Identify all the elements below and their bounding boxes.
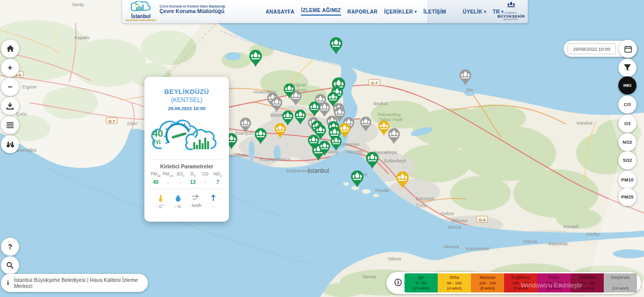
- search-icon: [7, 262, 14, 269]
- map-place-label: Ergene: [22, 84, 37, 89]
- ibb-municipality-logo[interactable]: İSTANBUL BÜYÜKŞEHİR BELEDİYESİ: [497, 2, 526, 21]
- nav-raporlar[interactable]: RAPORLAR: [348, 9, 378, 15]
- wind-speed-value: - km/h: [190, 203, 202, 208]
- thermometer-icon: [156, 194, 165, 202]
- map-place-label: Gebze: [441, 211, 454, 216]
- map-place-label: Kocaeli: [564, 224, 579, 229]
- map-place-label: Esenyurt: [235, 131, 254, 136]
- legend-segment-kötü: Kötü200 - 300(0 adet): [537, 273, 571, 292]
- map-place-label: Beykoz: [373, 101, 388, 106]
- layer-button-pm25[interactable]: PM25: [618, 188, 636, 206]
- pollutant-column: CO-: [199, 171, 212, 188]
- layer-button-no2[interactable]: NO2: [618, 133, 636, 151]
- layer-button-o3[interactable]: O3: [618, 115, 636, 133]
- map-place-label: Pendik: [375, 188, 389, 193]
- nav-iletisim[interactable]: İLETİŞİM: [423, 9, 446, 15]
- temperature-value: - C°: [156, 204, 164, 209]
- aqi-gauge: 40 İYİ: [144, 113, 229, 159]
- legend-items: İyi0 - 50(21 adet)Orta50 - 100(4 adet)Ha…: [405, 273, 639, 292]
- aqi-value: 40: [152, 128, 163, 139]
- map-place-label: Zeytinburnu: [286, 168, 310, 173]
- svg-text:O-7: O-7: [108, 119, 115, 124]
- home-icon: [7, 45, 14, 52]
- weather-row: - C° - % - km/h -: [144, 189, 229, 209]
- pollutants-table: PM1040PM2.5-SO2-O313CO-NO27: [144, 171, 229, 188]
- zoom-in-button[interactable]: +: [1, 59, 19, 77]
- legend-segment-geçersiz: Geçersiz-(14 adet): [604, 273, 637, 292]
- map-place-label: Ümraniye: [340, 142, 360, 147]
- map-place-label: Ataşehir: [346, 149, 363, 154]
- map-place-label: Gölcük: [523, 239, 538, 244]
- cloud-logo-icon: [130, 1, 152, 12]
- pollutant-column: SO2-: [174, 171, 187, 188]
- map-place-label: Saray: [72, 2, 84, 7]
- map-place-label: Başiskele: [548, 241, 568, 246]
- chevron-down-icon: ▾: [415, 10, 417, 14]
- map-place-label: Şile: [466, 87, 473, 92]
- road-shield: O-4: [476, 216, 488, 222]
- pollutant-column: NO27: [211, 171, 224, 188]
- date-input[interactable]: 29/09/2022 10:00: [568, 43, 616, 54]
- map-place-label: Silivri: [127, 121, 138, 126]
- map-place-label: Kandıra: [577, 121, 593, 126]
- calendar-button[interactable]: [619, 40, 637, 58]
- pollutant-column: O313: [187, 171, 199, 188]
- humidity-value: - %: [175, 204, 181, 209]
- wind-icon: [191, 194, 200, 201]
- station-datetime: 29.09.2022 10:00: [144, 106, 229, 111]
- layer-button-co[interactable]: CO: [618, 95, 636, 114]
- attribution-bar: i İstanbul Büyükşehir Belediyesi | Hava …: [1, 274, 148, 292]
- map-place-label: Termal: [362, 274, 376, 279]
- nav-icerikler[interactable]: İÇERİKLER▾: [384, 9, 417, 15]
- logo-subtitle: Hava Kalitesi İzleme Merkezi: [125, 19, 156, 22]
- nav-izleme-agimiz[interactable]: İZLEME AĞIMIZ: [301, 8, 341, 16]
- site-logo[interactable]: İstanbul Hava Kalitesi İzleme Merkezi: [125, 1, 156, 22]
- info-icon: i: [7, 279, 9, 287]
- station-name: BEYLİKDÜZÜ: [144, 88, 229, 95]
- home-button[interactable]: [1, 40, 19, 58]
- map-place-label: Çorlu: [16, 112, 27, 117]
- legend-segment-i̇yi: İyi0 - 50(21 adet): [405, 273, 438, 292]
- layer-button-so2[interactable]: SO2: [618, 151, 636, 169]
- calendar-icon: [624, 45, 632, 53]
- air-quality-map-page: SarayKapaklıErgeneÇorluSilivriMarmaraere…: [0, 0, 644, 297]
- map-place-label: Çayırova: [416, 196, 434, 201]
- main-nav: ANASAYFA İZLEME AĞIMIZ RAPORLAR İÇERİKLE…: [266, 0, 504, 23]
- pollutant-column: PM2.5-: [162, 171, 175, 188]
- download-button[interactable]: [1, 97, 19, 115]
- wind-direction-icon: [210, 194, 217, 202]
- map-canvas[interactable]: SarayKapaklıErgeneÇorluSilivriMarmaraere…: [0, 0, 644, 297]
- binoculars-icon: [7, 141, 14, 148]
- nav-uyelik[interactable]: ÜYELİK▾: [463, 9, 487, 15]
- aqi-legend: ⓘ İyi0 - 50(21 adet)Orta50 - 100(4 adet)…: [386, 272, 641, 294]
- attribution-text: İstanbul Büyükşehir Belediyesi | Hava Ka…: [14, 277, 148, 289]
- download-icon: [7, 103, 14, 110]
- department-title: Çevre Koruma ve Kontrol Daire Başkanlığı…: [159, 5, 225, 14]
- map-place-label: Dilovası: [452, 218, 468, 223]
- filter-button[interactable]: [618, 59, 636, 77]
- pollutant-column: PM1040: [149, 171, 162, 188]
- header-bar: İstanbul Hava Kalitesi İzleme Merkezi Çe…: [122, 0, 528, 23]
- humidity-icon: [174, 194, 182, 202]
- map-place-label: Tuzla: [416, 203, 427, 208]
- map-place-label: Polonezköy: [377, 112, 401, 117]
- legend-info-button[interactable]: ⓘ: [391, 276, 405, 289]
- road-shield: O-7: [106, 118, 117, 124]
- map-place-label: Altınova: [443, 244, 459, 249]
- locate-stations-button[interactable]: [1, 135, 19, 153]
- station-list-button[interactable]: [1, 116, 19, 134]
- layer-button-hki[interactable]: HKI: [618, 76, 636, 94]
- zoom-out-button[interactable]: −: [1, 78, 19, 96]
- road-shield: O-7: [369, 79, 380, 85]
- station-type: (KENTSEL): [144, 96, 229, 104]
- aqi-category: İYİ: [154, 139, 160, 145]
- map-place-label: Küçükçekmece: [260, 157, 290, 162]
- legend-segment-orta: Orta50 - 100(4 adet): [438, 273, 471, 292]
- help-button[interactable]: ?: [1, 238, 19, 256]
- search-button[interactable]: [1, 256, 19, 274]
- nav-anasayfa[interactable]: ANASAYFA: [266, 9, 294, 15]
- logo-title: İstanbul: [125, 14, 156, 19]
- gauge-needle: [173, 134, 185, 137]
- layer-button-pm10[interactable]: PM10: [618, 171, 636, 189]
- legend-segment-tehlikeli: Tehlikeli300 - 500(0 adet): [571, 273, 604, 292]
